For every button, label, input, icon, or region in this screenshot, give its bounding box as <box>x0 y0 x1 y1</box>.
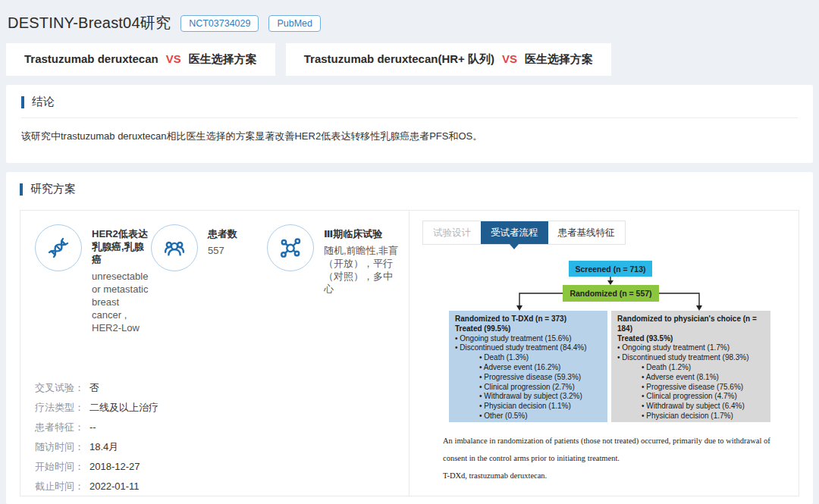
conclusion-heading: 结论 <box>32 95 55 109</box>
flow-sub-bullet: Adverse event (8.1%) <box>642 373 764 383</box>
flow-box-title: Randomized to physician's choice (n = 18… <box>617 315 764 334</box>
flow-bullet: Discontinued study treatment (84.4%) <box>455 343 601 353</box>
conclusion-text: 该研究中trastuzumab deruxtecan相比医生选择的方案显著改善H… <box>21 130 798 143</box>
nct-badge[interactable]: NCT03734029 <box>180 15 259 32</box>
detail-row-end-date: 截止时间： 2022-01-11 <box>35 481 395 492</box>
comparison-1-left: Trastuzumab deruxtecan <box>24 52 158 65</box>
flow-box-treated: Treated (93.5%) <box>617 334 764 344</box>
flow-sub-bullet: Death (1.2%) <box>642 363 764 373</box>
flow-sub-bullet: Clinical progression (2.7%) <box>479 383 601 393</box>
flow-sub-bullet: Withdrawal by subject (3.2%) <box>479 392 601 402</box>
flow-sub-bullet: Adverse event (16.2%) <box>479 363 601 373</box>
feature-desc: 随机,前瞻性,非盲（开放），平行（对照），多中心 <box>324 244 400 296</box>
feature-disease: HER2低表达乳腺癌,乳腺癌 unresectable or metastati… <box>35 224 151 362</box>
comparison-tab-row: Trastuzumab deruxtecanVS医生选择方案 Trastuzum… <box>0 43 819 76</box>
detail-row-crossover: 交叉试验： 否 <box>35 382 395 393</box>
flow-box-tdxd: Randomized to T-DXd (n = 373) Treated (9… <box>449 311 607 422</box>
flow-sub-bullet: Lost to follow-up (0.6%) <box>642 421 764 422</box>
detail-label: 交叉试验： <box>35 382 84 393</box>
comparison-tab-1[interactable]: Trastuzumab deruxtecanVS医生选择方案 <box>6 43 275 76</box>
feature-title: 患者数 <box>208 227 267 240</box>
patient-flow-diagram: Screened (n = 713) Randomized (n = 557) … <box>410 256 802 432</box>
study-left-column: HER2低表达乳腺癌,乳腺癌 unresectable or metastati… <box>20 211 410 496</box>
detail-value: 二线及以上治疗 <box>89 402 158 413</box>
detail-label: 随访时间： <box>35 441 84 452</box>
detail-label: 开始时间： <box>35 461 84 472</box>
flow-node-randomized: Randomized (n = 557) <box>563 285 659 302</box>
comparison-2-left: Trastuzumab deruxtecan(HR+ 队列) <box>304 52 494 65</box>
tab-trial-design[interactable]: 试验设计 <box>423 221 481 244</box>
detail-row-followup: 随访时间： 18.4月 <box>35 441 395 452</box>
molecule-icon <box>267 224 314 271</box>
flow-box-physicians-choice: Randomized to physician's choice (n = 18… <box>611 311 770 422</box>
detail-value: 2018-12-27 <box>89 461 140 472</box>
flow-sub-bullet: Progressive disease (75.6%) <box>642 383 764 393</box>
comparison-tab-2[interactable]: Trastuzumab deruxtecan(HR+ 队列)VS医生选择方案 <box>286 43 611 76</box>
feature-phase: Ⅲ期临床试验 随机,前瞻性,非盲（开放），平行（对照），多中心 <box>267 224 400 362</box>
comparison-1-right: 医生选择方案 <box>189 52 257 65</box>
detail-row-patient-traits: 患者特征： -- <box>35 421 395 433</box>
flow-footnote-imbalance: An imbalance in randomization of patient… <box>443 432 770 467</box>
flow-bullet: Ongoing study treatment (1.7%) <box>617 343 764 353</box>
detail-value: 18.4月 <box>89 441 118 452</box>
vs-label: VS <box>502 52 517 65</box>
tab-baseline[interactable]: 患者基线特征 <box>548 221 625 244</box>
vs-label: VS <box>166 52 181 65</box>
study-panel: HER2低表达乳腺癌,乳腺癌 unresectable or metastati… <box>20 210 799 496</box>
dna-icon <box>35 224 82 271</box>
section-marker <box>20 183 23 196</box>
flow-sub-bullet: Clinical progression (4.7%) <box>642 392 764 402</box>
comparison-2-right: 医生选择方案 <box>525 52 593 65</box>
flow-sub-bullet: Physician decision (1.1%) <box>479 402 601 412</box>
detail-label: 截止时间： <box>35 481 84 492</box>
flow-box-treated: Treated (99.5%) <box>455 324 601 334</box>
flow-bullet: Discontinued study treatment (98.3%) <box>617 353 764 363</box>
feature-title: HER2低表达乳腺癌,乳腺癌 <box>92 227 151 266</box>
study-right-column: 试验设计 受试者流程 患者基线特征 Sc <box>410 211 799 496</box>
flow-sub-bullet: Death (1.3%) <box>479 353 601 363</box>
detail-value: 否 <box>89 382 99 393</box>
detail-value: -- <box>89 421 96 433</box>
topbar: DESTINY-Breast04研究 NCT03734029 PubMed <box>0 0 819 43</box>
flow-bullet: Ongoing study treatment (15.6%) <box>455 334 601 344</box>
flow-sub-bullet: Other (0.5%) <box>479 412 601 421</box>
feature-desc: unresectable or metastatic breast cancer… <box>92 270 151 334</box>
flow-footnote-abbrev: T-DXd, trastuzumab deruxtecan. <box>443 467 770 484</box>
detail-label: 疗法类型： <box>35 402 84 413</box>
feature-patients: 患者数 557 <box>151 224 267 362</box>
flow-sub-bullet: Progressive disease (59.3%) <box>479 373 601 383</box>
study-details: 交叉试验： 否 疗法类型： 二线及以上治疗 患者特征： -- 随访时间： 18.… <box>35 382 395 492</box>
section-marker <box>21 96 24 108</box>
flow-sub-bullet: Withdrawal by subject (6.4%) <box>642 402 764 412</box>
detail-row-therapy-type: 疗法类型： 二线及以上治疗 <box>35 402 395 413</box>
detail-row-start-date: 开始时间： 2018-12-27 <box>35 461 395 472</box>
study-heading: 研究方案 <box>30 182 76 196</box>
pubmed-badge[interactable]: PubMed <box>268 15 321 32</box>
feature-desc: 557 <box>208 244 267 257</box>
flow-box-title: Randomized to T-DXd (n = 373) <box>455 315 601 324</box>
flow-node-screened: Screened (n = 713) <box>569 261 652 277</box>
divider <box>21 117 798 118</box>
flow-tab-bar: 试验设计 受试者流程 患者基线特征 <box>422 221 626 245</box>
patients-icon <box>151 224 198 271</box>
conclusion-card: 结论 该研究中trastuzumab deruxtecan相比医生选择的方案显著… <box>6 85 813 163</box>
detail-label: 患者特征： <box>35 421 84 433</box>
study-card: 研究方案 <box>6 172 813 504</box>
feature-title: Ⅲ期临床试验 <box>324 227 400 240</box>
detail-value: 2022-01-11 <box>89 481 140 492</box>
page-title: DESTINY-Breast04研究 <box>8 13 171 33</box>
flow-sub-bullet: Physician decision (1.7%) <box>642 412 764 421</box>
tab-subject-flow[interactable]: 受试者流程 <box>481 221 548 244</box>
